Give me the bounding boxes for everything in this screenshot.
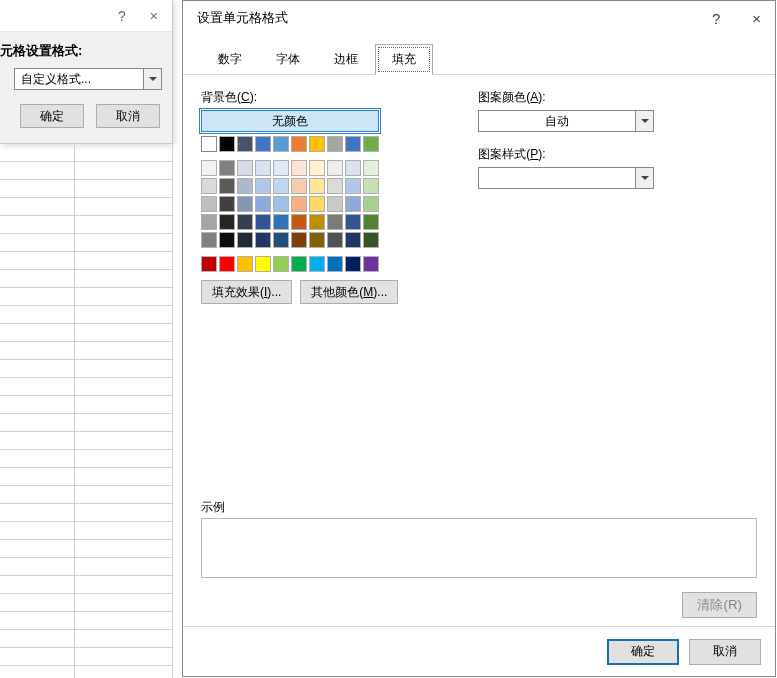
- color-swatch[interactable]: [363, 178, 379, 194]
- pattern-style-dropdown[interactable]: [478, 167, 654, 189]
- color-swatch[interactable]: [291, 196, 307, 212]
- color-swatch[interactable]: [363, 136, 379, 152]
- help-icon[interactable]: ?: [708, 8, 724, 29]
- color-swatch[interactable]: [291, 160, 307, 176]
- color-swatch[interactable]: [273, 196, 289, 212]
- pattern-style-label: 图案样式(P):: [478, 146, 654, 163]
- color-swatch[interactable]: [237, 256, 253, 272]
- color-swatch[interactable]: [327, 214, 343, 230]
- color-swatch[interactable]: [201, 178, 217, 194]
- spreadsheet-grid: [0, 144, 173, 678]
- color-swatch[interactable]: [309, 214, 325, 230]
- color-swatch[interactable]: [309, 232, 325, 248]
- tab-数字[interactable]: 数字: [201, 44, 259, 75]
- color-swatch[interactable]: [363, 196, 379, 212]
- fill-effects-button[interactable]: 填充效果(I)...: [201, 280, 292, 304]
- color-swatch[interactable]: [255, 256, 271, 272]
- color-swatch[interactable]: [201, 136, 217, 152]
- no-color-button[interactable]: 无颜色: [201, 110, 379, 132]
- color-swatch[interactable]: [309, 256, 325, 272]
- color-swatch[interactable]: [273, 256, 289, 272]
- color-swatch[interactable]: [327, 178, 343, 194]
- color-swatch[interactable]: [291, 136, 307, 152]
- color-swatch[interactable]: [219, 160, 235, 176]
- clear-button[interactable]: 清除(R): [682, 592, 757, 618]
- bg-format-select[interactable]: 自定义格式...: [14, 68, 172, 90]
- color-swatch[interactable]: [273, 160, 289, 176]
- grid-row: [0, 162, 172, 180]
- color-swatch[interactable]: [201, 256, 217, 272]
- color-swatch[interactable]: [291, 214, 307, 230]
- close-icon[interactable]: ×: [748, 8, 765, 29]
- color-swatch[interactable]: [345, 256, 361, 272]
- color-swatch[interactable]: [255, 214, 271, 230]
- color-swatch[interactable]: [327, 136, 343, 152]
- color-swatch[interactable]: [255, 160, 271, 176]
- bg-help-icon[interactable]: ?: [118, 8, 126, 24]
- color-swatch[interactable]: [291, 178, 307, 194]
- color-swatch[interactable]: [363, 160, 379, 176]
- bg-cancel-button[interactable]: 取消: [96, 104, 160, 128]
- color-swatch[interactable]: [237, 232, 253, 248]
- bg-titlebar: ? ×: [0, 0, 172, 32]
- color-swatch[interactable]: [201, 160, 217, 176]
- color-swatch[interactable]: [237, 178, 253, 194]
- pattern-color-dropdown[interactable]: 自动: [478, 110, 654, 132]
- color-swatch[interactable]: [255, 232, 271, 248]
- tab-填充[interactable]: 填充: [375, 44, 433, 75]
- color-swatch[interactable]: [201, 214, 217, 230]
- color-swatch[interactable]: [219, 214, 235, 230]
- color-swatch[interactable]: [327, 256, 343, 272]
- grid-row: [0, 576, 172, 594]
- pattern-style-chevron-icon[interactable]: [636, 167, 654, 189]
- grid-row: [0, 288, 172, 306]
- color-swatch[interactable]: [363, 214, 379, 230]
- color-swatch[interactable]: [219, 178, 235, 194]
- color-swatch[interactable]: [255, 178, 271, 194]
- color-swatch[interactable]: [255, 196, 271, 212]
- color-swatch[interactable]: [201, 232, 217, 248]
- bg-ok-button[interactable]: 确定: [20, 104, 84, 128]
- bg-format-dropdown-icon[interactable]: [144, 68, 162, 90]
- color-swatch[interactable]: [219, 196, 235, 212]
- grid-row: [0, 180, 172, 198]
- color-swatch[interactable]: [327, 196, 343, 212]
- color-swatch[interactable]: [201, 196, 217, 212]
- color-swatch[interactable]: [273, 214, 289, 230]
- color-swatch[interactable]: [237, 214, 253, 230]
- color-swatch[interactable]: [255, 136, 271, 152]
- color-swatch[interactable]: [309, 196, 325, 212]
- more-colors-button[interactable]: 其他颜色(M)...: [300, 280, 398, 304]
- color-swatch[interactable]: [345, 232, 361, 248]
- color-swatch[interactable]: [291, 232, 307, 248]
- grid-row: [0, 360, 172, 378]
- color-swatch[interactable]: [237, 160, 253, 176]
- color-swatch[interactable]: [219, 256, 235, 272]
- color-swatch[interactable]: [309, 160, 325, 176]
- color-swatch[interactable]: [345, 214, 361, 230]
- color-swatch[interactable]: [345, 136, 361, 152]
- color-swatch[interactable]: [291, 256, 307, 272]
- tab-字体[interactable]: 字体: [259, 44, 317, 75]
- bg-close-icon[interactable]: ×: [150, 8, 158, 24]
- color-swatch[interactable]: [327, 232, 343, 248]
- color-swatch[interactable]: [309, 178, 325, 194]
- color-swatch[interactable]: [219, 136, 235, 152]
- color-swatch[interactable]: [345, 160, 361, 176]
- color-swatch[interactable]: [273, 178, 289, 194]
- color-swatch[interactable]: [273, 232, 289, 248]
- cancel-button[interactable]: 取消: [689, 639, 761, 665]
- color-swatch[interactable]: [363, 256, 379, 272]
- color-swatch[interactable]: [309, 136, 325, 152]
- pattern-color-chevron-icon[interactable]: [636, 110, 654, 132]
- ok-button[interactable]: 确定: [607, 639, 679, 665]
- color-swatch[interactable]: [345, 178, 361, 194]
- color-swatch[interactable]: [273, 136, 289, 152]
- color-swatch[interactable]: [345, 196, 361, 212]
- tab-边框[interactable]: 边框: [317, 44, 375, 75]
- color-swatch[interactable]: [219, 232, 235, 248]
- color-swatch[interactable]: [237, 136, 253, 152]
- color-swatch[interactable]: [327, 160, 343, 176]
- color-swatch[interactable]: [363, 232, 379, 248]
- color-swatch[interactable]: [237, 196, 253, 212]
